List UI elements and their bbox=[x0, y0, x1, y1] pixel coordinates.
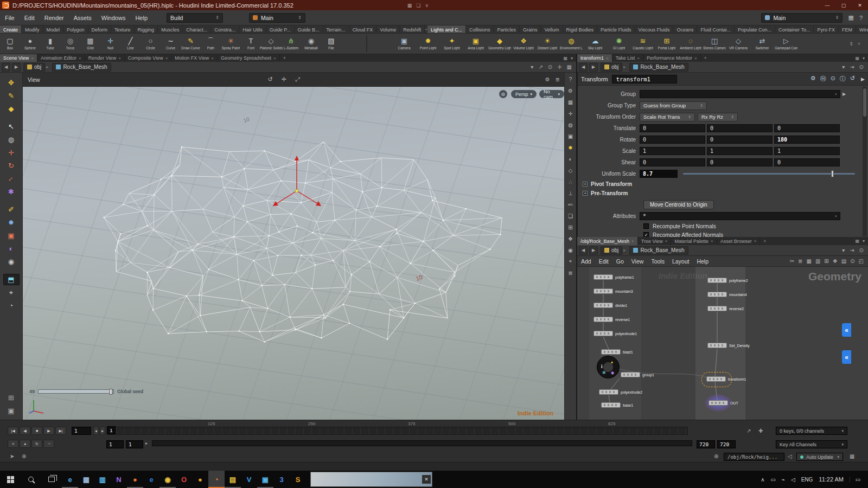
shelf-tab[interactable]: Redshift bbox=[400, 25, 425, 33]
translate-y-field[interactable]: 0 bbox=[707, 124, 773, 132]
stop-button[interactable]: ■ bbox=[31, 427, 42, 435]
shelf-tab[interactable]: Model bbox=[43, 25, 64, 33]
uniform-scale-field[interactable]: 8.7 bbox=[640, 170, 678, 178]
app-firefox-nightly[interactable]: ● bbox=[192, 471, 208, 488]
shelf-tool[interactable]: ▮ Tube bbox=[40, 34, 60, 54]
shelf-tab[interactable]: Oceans bbox=[673, 25, 697, 33]
paint-tool[interactable]: ✐ bbox=[3, 204, 20, 215]
terrain-tool[interactable]: ⬒ bbox=[3, 274, 20, 285]
dropdown-icon[interactable]: ▾ bbox=[835, 214, 837, 219]
layout-icon[interactable]: ▦ bbox=[848, 14, 853, 21]
tab-close-icon[interactable]: × bbox=[754, 239, 757, 243]
shelf-tab[interactable]: Particle Fluids bbox=[597, 25, 635, 33]
taskbar-window-preview[interactable]: ✕ bbox=[310, 472, 432, 487]
shelf-tool[interactable]: ▷ Gamepad Camera bbox=[774, 34, 798, 54]
shelf-tab[interactable]: Wires bbox=[856, 25, 868, 33]
shelf-tool[interactable]: ⋔ L-System bbox=[281, 34, 301, 54]
shelf-tab[interactable]: Polygon bbox=[63, 25, 88, 33]
shelf-tab[interactable]: Lights and C... bbox=[427, 25, 466, 33]
shelf-tab[interactable]: Vellum bbox=[541, 25, 563, 33]
shelf-tool[interactable]: ▦ Grid bbox=[80, 34, 100, 54]
pre-transform-collapser[interactable]: + Pre-Transform bbox=[578, 189, 868, 198]
wireframe-icon[interactable]: ◇ bbox=[566, 166, 575, 175]
shelf-tab[interactable]: Constra... bbox=[211, 25, 239, 33]
light-tool[interactable]: ✹ bbox=[3, 217, 20, 228]
shear-y-field[interactable]: 0 bbox=[707, 158, 773, 166]
path-dropdown-icon[interactable]: ▾ bbox=[842, 64, 845, 70]
app-chrome[interactable]: ◉ bbox=[159, 471, 176, 488]
gear-icon[interactable]: ⚙ bbox=[566, 86, 575, 95]
rotate-z-field[interactable]: 180 bbox=[774, 136, 840, 144]
snap-tool[interactable]: ⌖ bbox=[3, 287, 20, 298]
axis-icon[interactable]: ✛ bbox=[566, 109, 575, 118]
shelf-tab[interactable]: Grains bbox=[520, 25, 541, 33]
rotate-y-field[interactable]: 0 bbox=[707, 136, 773, 144]
tab-close-icon[interactable]: × bbox=[606, 56, 609, 61]
shelf-tool[interactable]: ▢ Box bbox=[0, 34, 20, 54]
shelf-tool[interactable]: ❖ Volume Light bbox=[512, 34, 535, 54]
main-take-selector[interactable]: Main ⇕ bbox=[761, 13, 843, 23]
network-menu-item[interactable]: Go bbox=[612, 258, 628, 265]
shade-mode-icon[interactable]: ◐ bbox=[566, 155, 575, 163]
node-tile[interactable] bbox=[593, 317, 613, 322]
taskbar-search-button[interactable] bbox=[21, 471, 41, 488]
shelf-tool[interactable]: ◍ Environment Light bbox=[559, 34, 583, 54]
help-icon[interactable]: ? bbox=[566, 75, 575, 84]
group-display-icon[interactable]: ❖ bbox=[566, 234, 575, 243]
shelf-tool[interactable]: ╱ Line bbox=[120, 34, 141, 54]
tab-close-icon[interactable]: × bbox=[665, 239, 668, 243]
app-houdini[interactable]: ◔ bbox=[208, 471, 225, 488]
app-calculator[interactable]: ▦ bbox=[78, 471, 94, 488]
network-menu-item[interactable]: Edit bbox=[595, 258, 612, 265]
app-onenote[interactable]: N bbox=[111, 471, 127, 488]
shelf-tool[interactable]: ⊞ Portal Light bbox=[655, 34, 679, 54]
preview-close-button[interactable]: ✕ bbox=[422, 475, 431, 484]
reverse2[interactable]: reverse2 bbox=[707, 306, 744, 311]
blast1[interactable]: blast1 bbox=[601, 349, 633, 355]
polyframe1[interactable]: polyframe1 bbox=[593, 274, 634, 280]
app-store[interactable]: ▥ bbox=[94, 471, 111, 488]
go-to-end-button[interactable]: ▶| bbox=[55, 427, 66, 435]
gear-icon[interactable]: ⚙ bbox=[810, 75, 816, 83]
node-tile[interactable] bbox=[706, 376, 726, 382]
shelf-tool[interactable]: ▣ Camera bbox=[392, 34, 416, 54]
attributes-field[interactable]: * ▾ bbox=[640, 212, 840, 220]
camera-selector[interactable]: No cam ▾ bbox=[539, 90, 564, 98]
slider-handle[interactable] bbox=[110, 389, 112, 395]
translate-z-field[interactable]: 0 bbox=[774, 124, 840, 132]
app-edge-dev[interactable]: e bbox=[143, 471, 159, 488]
shelf-tool[interactable]: ◇ VR Camera bbox=[726, 34, 750, 54]
expand-plus-icon[interactable]: + bbox=[583, 182, 588, 187]
rotate-tool[interactable]: ↻ bbox=[3, 160, 20, 171]
expand-icon[interactable]: ◰ bbox=[859, 258, 864, 264]
list-icon[interactable]: ≣ bbox=[798, 258, 802, 264]
palette-icon[interactable]: ❖ bbox=[833, 258, 838, 264]
pane-tab[interactable]: Take List × bbox=[612, 54, 643, 62]
shelf-tool[interactable]: ◇ Platonic Solids bbox=[261, 34, 281, 54]
menubar-item[interactable]: Edit bbox=[20, 10, 40, 25]
mountain3[interactable]: mountain3 bbox=[593, 288, 633, 294]
render-region-tool[interactable]: ◐ bbox=[3, 243, 20, 254]
brush-tool[interactable]: ✎ bbox=[3, 90, 20, 101]
camera-lock-icon[interactable]: ▣ bbox=[566, 132, 575, 140]
app-sublime[interactable]: S bbox=[290, 471, 306, 488]
shelf-tab[interactable]: Texture bbox=[111, 25, 135, 33]
shelf-set-selector[interactable]: Main ⇕ bbox=[249, 13, 305, 23]
timeline-track[interactable] bbox=[107, 427, 688, 435]
param-scrollbar[interactable] bbox=[863, 87, 867, 236]
anim-options-icon[interactable]: ≡ bbox=[8, 440, 18, 448]
node-tile[interactable] bbox=[593, 331, 613, 336]
link-icon[interactable]: ⊙ bbox=[859, 247, 864, 253]
titlebar[interactable]: D:/PROJECTS/HOUDINI/Mountains/mountains_… bbox=[0, 0, 868, 10]
snap-scale-icon[interactable]: ⤢ bbox=[295, 76, 300, 83]
shelf-tool[interactable]: ▤ File bbox=[321, 34, 341, 54]
expand-plus-icon[interactable]: + bbox=[583, 191, 588, 196]
pane-tab[interactable]: transform1 × bbox=[577, 54, 612, 62]
text-overlay-icon[interactable]: abc bbox=[566, 200, 575, 209]
node-tile[interactable] bbox=[593, 288, 613, 294]
menubar-item[interactable]: Windows bbox=[97, 10, 131, 25]
divide1[interactable]: divide1 bbox=[593, 303, 627, 308]
panel-expand-chevron[interactable]: « bbox=[842, 323, 851, 337]
network-radial-menu[interactable]: i ✻ ◆ ▴ bbox=[597, 356, 620, 378]
polyextrude1[interactable]: polyextrude1 bbox=[593, 331, 637, 336]
